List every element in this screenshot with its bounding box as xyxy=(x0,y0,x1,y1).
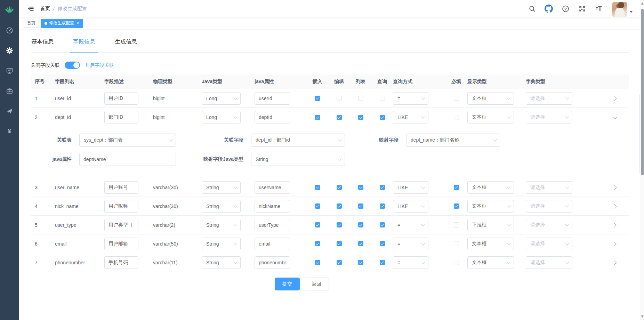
java-type-select[interactable]: String xyxy=(202,181,241,194)
list-checkbox[interactable] xyxy=(358,203,363,209)
sidebar-item-system-tools[interactable] xyxy=(0,40,19,61)
relation-switch[interactable] xyxy=(65,62,80,69)
column-desc-input[interactable]: 用户账号 xyxy=(104,181,138,194)
required-checkbox[interactable] xyxy=(454,96,459,101)
java-type-select[interactable]: String xyxy=(202,256,241,269)
java-field-input[interactable]: phonenumber xyxy=(255,256,290,269)
java-field-input[interactable]: email xyxy=(255,238,290,250)
sidebar-item-monitor[interactable] xyxy=(0,61,19,81)
edit-checkbox[interactable] xyxy=(337,203,342,209)
java-type-select[interactable]: String xyxy=(202,219,241,231)
html-type-select[interactable]: 文本框 xyxy=(467,111,514,123)
dict-type-select[interactable]: 请选择 xyxy=(526,200,572,213)
expand-row-icon[interactable] xyxy=(612,203,618,209)
html-type-select[interactable]: 文本框 xyxy=(467,181,514,194)
insert-checkbox[interactable] xyxy=(315,260,320,265)
dict-type-select[interactable]: 请选择 xyxy=(526,219,572,231)
expand-row-icon[interactable] xyxy=(612,260,618,265)
java-field-input[interactable]: deptId xyxy=(255,111,290,123)
page-scrollbar-thumb[interactable] xyxy=(641,9,644,175)
page-scrollbar[interactable] xyxy=(640,0,644,320)
github-link[interactable] xyxy=(542,2,556,16)
expand-row-icon[interactable] xyxy=(612,222,618,228)
html-type-select[interactable]: 文本框 xyxy=(467,92,514,105)
query-checkbox[interactable] xyxy=(380,185,385,190)
insert-checkbox[interactable] xyxy=(315,115,320,120)
java-field-input[interactable]: nickName xyxy=(255,200,290,213)
expand-row-icon[interactable] xyxy=(612,241,618,247)
dict-type-select[interactable]: 请选择 xyxy=(526,181,572,194)
dict-type-select[interactable]: 请选择 xyxy=(526,256,572,269)
insert-checkbox[interactable] xyxy=(315,241,320,246)
dict-type-select[interactable]: 请选择 xyxy=(526,111,572,123)
fullscreen-button[interactable] xyxy=(575,2,589,16)
query-checkbox[interactable] xyxy=(380,96,385,101)
java-type-select[interactable]: String xyxy=(202,200,241,213)
insert-checkbox[interactable] xyxy=(315,96,320,101)
list-checkbox[interactable] xyxy=(358,96,363,101)
query-type-select[interactable]: = xyxy=(393,92,428,105)
dict-type-select[interactable]: 请选择 xyxy=(526,238,572,250)
breadcrumb-home[interactable]: 首页 xyxy=(40,6,50,12)
sidebar-item-tools[interactable] xyxy=(0,81,19,101)
list-checkbox[interactable] xyxy=(358,260,363,265)
edit-checkbox[interactable] xyxy=(337,222,342,227)
query-type-select[interactable]: = xyxy=(393,219,428,231)
sidebar-item-guide[interactable] xyxy=(0,101,19,121)
scrollbar-up-arrow-icon[interactable] xyxy=(641,2,644,5)
insert-checkbox[interactable] xyxy=(315,185,320,190)
collapse-sidebar-button[interactable] xyxy=(24,2,38,15)
query-type-select[interactable]: LIKE xyxy=(393,111,428,123)
scrollbar-down-arrow-icon[interactable] xyxy=(641,315,644,318)
query-checkbox[interactable] xyxy=(380,260,385,265)
query-checkbox[interactable] xyxy=(380,222,385,227)
required-checkbox[interactable] xyxy=(454,260,459,265)
tag-home[interactable]: 首页 xyxy=(24,19,39,28)
column-desc-input[interactable]: 用户ID xyxy=(104,92,138,105)
tab-basic-info[interactable]: 基本信息 xyxy=(31,37,54,47)
edit-checkbox[interactable] xyxy=(337,241,342,246)
required-checkbox[interactable] xyxy=(454,222,459,227)
edit-checkbox[interactable] xyxy=(337,96,342,101)
app-logo[interactable] xyxy=(0,0,19,18)
insert-checkbox[interactable] xyxy=(315,222,320,227)
java-field-input[interactable]: userName xyxy=(255,181,290,194)
java-field-input[interactable]: userId xyxy=(255,92,290,105)
edit-checkbox[interactable] xyxy=(337,185,342,190)
java-attr-input[interactable]: deptName xyxy=(79,153,176,166)
java-type-select[interactable]: String xyxy=(202,238,241,250)
expand-row-icon[interactable] xyxy=(612,185,618,190)
tag-close-icon[interactable]: × xyxy=(77,21,79,25)
html-type-select[interactable]: 文本框 xyxy=(467,238,514,250)
query-checkbox[interactable] xyxy=(380,115,385,120)
column-desc-input[interactable]: 用户邮箱 xyxy=(104,238,138,250)
java-field-input[interactable]: userType xyxy=(255,219,290,231)
edit-checkbox[interactable] xyxy=(337,115,342,120)
column-desc-input[interactable]: 用户昵称 xyxy=(104,200,138,213)
list-checkbox[interactable] xyxy=(358,185,363,190)
sidebar-item-pay[interactable]: ¥ xyxy=(0,121,19,141)
list-checkbox[interactable] xyxy=(358,222,363,227)
insert-checkbox[interactable] xyxy=(315,203,320,209)
query-type-select[interactable]: LIKE xyxy=(393,200,428,213)
dict-type-select[interactable]: 请选择 xyxy=(526,92,572,105)
query-type-select[interactable]: = xyxy=(393,238,428,250)
help-button[interactable]: ? xyxy=(558,2,572,16)
query-type-select[interactable]: LIKE xyxy=(393,181,428,194)
tab-generate-info[interactable]: 生成信息 xyxy=(114,37,138,47)
assoc-table-select[interactable]: sys_dept：部门表 xyxy=(79,134,176,147)
map-java-type-select[interactable]: String xyxy=(251,153,345,166)
column-desc-input[interactable]: 手机号码 xyxy=(104,256,138,269)
column-desc-input[interactable]: 部门ID xyxy=(104,111,138,123)
list-checkbox[interactable] xyxy=(358,115,363,120)
query-checkbox[interactable] xyxy=(380,203,385,209)
font-size-button[interactable]: TT xyxy=(592,2,606,16)
map-field-select[interactable]: dept_name：部门名称 xyxy=(406,134,500,147)
required-checkbox[interactable] xyxy=(454,203,459,209)
html-type-select[interactable]: 下拉框 xyxy=(467,219,514,231)
expand-row-icon[interactable] xyxy=(612,115,618,120)
assoc-field-select[interactable]: dept_id：部门id xyxy=(251,134,345,147)
tag-current-page[interactable]: 修改生成配置 × xyxy=(41,19,83,28)
query-type-select[interactable]: = xyxy=(393,256,428,269)
java-type-select[interactable]: Long xyxy=(202,111,241,123)
